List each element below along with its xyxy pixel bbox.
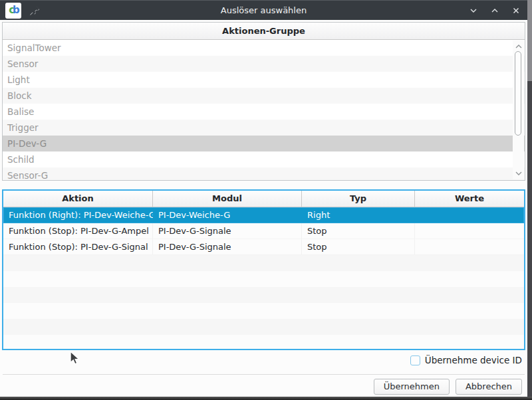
dialog-window: cb Auslöser auswählen Aktionen-Gruppe Si…	[0, 0, 527, 397]
cell-typ: Right	[302, 207, 415, 223]
table-row[interactable]: Funktion (Stop): PI-Dev-G-Ampel PI-Dev-G…	[3, 223, 524, 239]
list-item-light[interactable]: Light	[3, 72, 525, 88]
list-item-balise[interactable]: Balise	[3, 104, 525, 120]
empty-table-row	[3, 319, 524, 335]
table-header: Aktion Modul Typ Werte	[3, 191, 524, 207]
close-button[interactable]	[510, 5, 522, 17]
dialog-buttons: Übernehmen Abbrechen	[374, 379, 522, 395]
uebernehme-device-id-checkbox[interactable]	[410, 355, 420, 365]
scrollbar-down-icon[interactable]	[513, 169, 524, 178]
cell-aktion: Funktion (Right): PI-Dev-Weiche-G	[3, 207, 153, 223]
uebernehmen-button[interactable]: Übernehmen	[374, 379, 450, 395]
minimize-button[interactable]	[467, 5, 479, 17]
mouse-cursor-icon	[67, 351, 82, 369]
action-table: Aktion Modul Typ Werte Funktion (Right):…	[2, 189, 525, 350]
cell-aktion: Funktion (Stop): PI-Dev-G-Signal	[3, 239, 153, 254]
chevron-up-icon	[489, 5, 500, 16]
close-icon	[511, 5, 521, 16]
window-bottom-edge	[0, 397, 532, 400]
empty-table-row	[3, 335, 524, 350]
column-header-aktion[interactable]: Aktion	[3, 191, 153, 207]
empty-table-row	[3, 255, 524, 271]
list-item-signaltower[interactable]: SignalTower	[3, 40, 525, 56]
cell-modul: PI-Dev-G-Signale	[153, 223, 302, 239]
empty-table-row	[3, 303, 524, 319]
list-scrollbar[interactable]	[513, 41, 524, 179]
cell-modul: PI-Dev-G-Signale	[153, 239, 302, 254]
action-group-list: Aktionen-Gruppe SignalTower Sensor Light…	[2, 22, 525, 181]
pushpin-icon[interactable]	[29, 5, 40, 16]
table-row[interactable]: Funktion (Stop): PI-Dev-G-Signal PI-Dev-…	[3, 239, 524, 255]
list-item-schild[interactable]: Schild	[3, 151, 525, 167]
chevron-down-icon	[468, 5, 479, 16]
app-icon-letter-b: b	[13, 5, 18, 15]
list-item-block[interactable]: Block	[3, 88, 525, 104]
empty-table-row	[3, 271, 524, 287]
column-header-modul[interactable]: Modul	[153, 191, 302, 207]
cell-typ: Stop	[302, 223, 415, 239]
column-header-werte[interactable]: Werte	[415, 191, 524, 207]
column-header-typ[interactable]: Typ	[302, 191, 415, 207]
abbrechen-button[interactable]: Abbrechen	[456, 379, 522, 395]
maximize-button[interactable]	[489, 5, 501, 17]
scrollbar-thumb[interactable]	[515, 51, 521, 136]
list-item-trigger[interactable]: Trigger	[3, 120, 525, 136]
cell-werte	[415, 223, 524, 239]
desktop-background	[527, 81, 532, 397]
action-group-list-body: SignalTower Sensor Light Block Balise Tr…	[3, 40, 525, 181]
empty-table-row	[3, 287, 524, 303]
app-icon: cb	[5, 3, 21, 19]
cell-werte	[415, 207, 524, 223]
device-id-checkbox-row: Übernehme device ID	[410, 355, 522, 365]
scrollbar-up-icon[interactable]	[513, 42, 524, 51]
cell-aktion: Funktion (Stop): PI-Dev-G-Ampel	[3, 223, 153, 239]
list-item-sensor-g[interactable]: Sensor-G	[3, 167, 525, 181]
uebernehme-device-id-label: Übernehme device ID	[425, 355, 522, 365]
titlebar: cb Auslöser auswählen	[0, 0, 527, 20]
list-item-pi-dev-g[interactable]: PI-Dev-G	[3, 136, 525, 151]
window-controls	[467, 1, 522, 21]
table-row[interactable]: Funktion (Right): PI-Dev-Weiche-G PI-Dev…	[3, 207, 524, 223]
list-item-sensor[interactable]: Sensor	[3, 56, 525, 72]
action-group-list-header: Aktionen-Gruppe	[3, 23, 525, 40]
footer-separator	[3, 374, 525, 375]
cell-typ: Stop	[302, 239, 415, 254]
cell-werte	[415, 239, 524, 254]
window-title: Auslöser auswählen	[0, 5, 527, 15]
desktop-background	[527, 0, 532, 81]
cell-modul: PI-Dev-Weiche-G	[153, 207, 302, 223]
